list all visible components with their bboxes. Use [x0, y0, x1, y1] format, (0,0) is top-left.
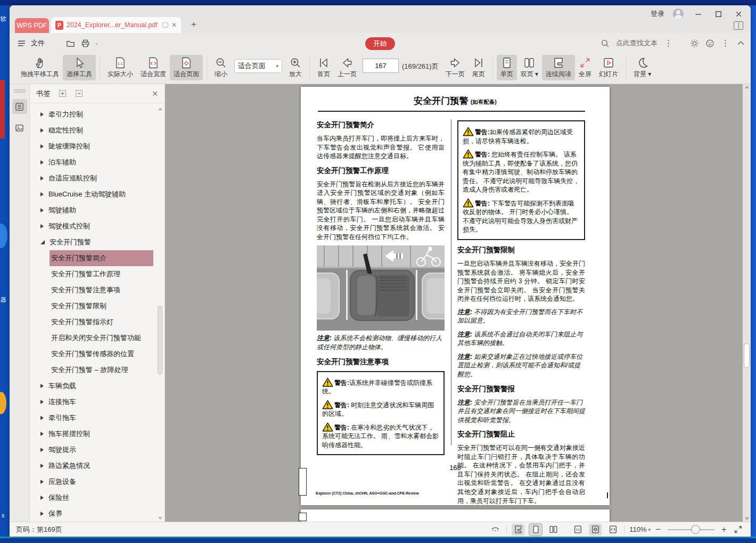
- search-icon[interactable]: [601, 39, 610, 48]
- background-button[interactable]: 背景 ▾: [630, 55, 655, 80]
- panel-drag-handle[interactable]: [14, 89, 26, 90]
- close-panel-icon[interactable]: ✕: [152, 89, 158, 98]
- next-page-button[interactable]: 下一页: [442, 55, 469, 80]
- collapsed-arrow-icon[interactable]: [40, 496, 44, 500]
- sidebar-scrollbar[interactable]: [157, 108, 163, 520]
- zoom-minus-button[interactable]: −: [655, 525, 661, 534]
- open-folder-icon[interactable]: [65, 38, 76, 48]
- first-page-button[interactable]: 首页: [314, 55, 334, 80]
- bookmark-item[interactable]: 保养: [30, 506, 165, 522]
- login-link[interactable]: 登录: [651, 9, 664, 19]
- document-scroll-thumb[interactable]: [744, 343, 750, 368]
- wps-pdf-home-tab[interactable]: WPS PDF: [15, 18, 49, 33]
- bookmark-item[interactable]: 安全开门预警限制: [50, 298, 153, 314]
- fullscreen-button[interactable]: 全屏: [575, 55, 595, 80]
- bookmark-item[interactable]: 驾驶辅助: [30, 202, 165, 218]
- fit-width-button[interactable]: 适合宽度: [137, 55, 170, 80]
- status-fit-page-button[interactable]: [589, 524, 602, 536]
- bookmark-item[interactable]: 驾驶提示: [30, 442, 165, 458]
- collapsed-arrow-icon[interactable]: [40, 128, 44, 133]
- eye-protection-button[interactable]: [489, 524, 502, 536]
- bookmark-item[interactable]: 车辆负载: [30, 378, 165, 394]
- status-fullscreen-button[interactable]: [732, 524, 744, 536]
- slideshow-button[interactable]: 幻灯片: [595, 55, 622, 80]
- collapsed-arrow-icon[interactable]: [40, 224, 44, 228]
- collapsed-arrow-icon[interactable]: [40, 464, 44, 468]
- collapsed-arrow-icon[interactable]: [40, 416, 44, 420]
- page-number-input[interactable]: [363, 59, 399, 73]
- zoom-plus-button[interactable]: +: [721, 525, 727, 534]
- bookmark-item[interactable]: 泊车辅助: [30, 154, 165, 170]
- select-tool-button[interactable]: 选择工具: [63, 55, 96, 80]
- bookmark-item[interactable]: 牵引力控制: [30, 106, 165, 122]
- status-actual-size-button[interactable]: 1:1: [571, 524, 584, 536]
- zoom-mode-select[interactable]: 适合页面 ▾: [234, 59, 282, 73]
- minimize-button[interactable]: [692, 9, 704, 19]
- bookmark-item[interactable]: 连接拖车: [30, 394, 165, 410]
- bookmark-item[interactable]: 安全开门预警指示灯: [50, 314, 153, 330]
- find-text-hint[interactable]: 点此查找文本: [616, 38, 658, 48]
- document-scrollbar[interactable]: [743, 84, 751, 522]
- more-dots-icon[interactable]: [664, 39, 673, 48]
- overflow-dots-icon[interactable]: [721, 39, 730, 48]
- collapsed-arrow-icon[interactable]: [40, 192, 44, 196]
- drag-pan-tool-button[interactable]: 拖拽平移工具: [17, 55, 63, 80]
- print-icon[interactable]: [80, 38, 91, 48]
- prev-page-button[interactable]: 上一页: [334, 55, 360, 80]
- bookmark-item[interactable]: 安全开门预警注意事项: [50, 282, 153, 298]
- status-continuous-button[interactable]: [512, 524, 524, 536]
- double-page-button[interactable]: 双页 ▾: [517, 55, 542, 80]
- scroll-up-arrow-icon[interactable]: [158, 108, 162, 110]
- close-window-button[interactable]: [733, 9, 744, 19]
- collapsed-arrow-icon[interactable]: [40, 144, 44, 149]
- bookmark-item[interactable]: 稳定性控制: [30, 122, 165, 138]
- expand-all-icon[interactable]: [58, 89, 67, 98]
- bookmark-item[interactable]: 自适应巡航控制: [30, 170, 165, 186]
- collapsed-arrow-icon[interactable]: [40, 208, 44, 212]
- bookmark-item[interactable]: 安全开门预警工作原理: [50, 266, 153, 282]
- file-menu[interactable]: 文件: [31, 38, 45, 48]
- collapsed-arrow-icon[interactable]: [40, 432, 44, 436]
- single-page-button[interactable]: 单页: [497, 55, 517, 80]
- pdf-page[interactable]: 安全开门预警 (如有配备) 安全开门预警简介当车内乘员打开车门，即将撞上后方来车…: [301, 87, 610, 505]
- new-tab-button[interactable]: +: [188, 19, 199, 30]
- ribbon-tab-start[interactable]: 开始: [365, 37, 395, 50]
- next-pdf-page-peek[interactable]: [301, 509, 610, 522]
- zoom-in-button[interactable]: 放大: [285, 55, 306, 80]
- collapsed-arrow-icon[interactable]: [40, 512, 44, 516]
- zoom-slider[interactable]: [668, 529, 714, 530]
- bookmark-item[interactable]: 应急设备: [30, 474, 165, 490]
- bookmark-item[interactable]: 驾驶模式控制: [30, 218, 165, 234]
- bookmarks-panel-button[interactable]: [12, 99, 27, 114]
- status-fit-width-button[interactable]: [606, 524, 619, 536]
- document-area[interactable]: 安全开门预警 (如有配备) 安全开门预警简介当车内乘员打开车门，即将撞上后方来车…: [165, 84, 751, 522]
- bookmark-item[interactable]: 保险丝: [30, 490, 165, 506]
- collapse-toolbar-icon[interactable]: [736, 39, 745, 48]
- scroll-down-arrow-icon[interactable]: [745, 517, 749, 520]
- feedback-smiley-icon[interactable]: [705, 39, 714, 48]
- collapsed-arrow-icon[interactable]: [40, 400, 44, 404]
- zoom-percent[interactable]: 110% ▾: [629, 525, 651, 533]
- expanded-arrow-icon[interactable]: [40, 240, 45, 244]
- maximize-button[interactable]: [712, 9, 724, 19]
- collapsed-arrow-icon[interactable]: [40, 160, 44, 164]
- actual-size-button[interactable]: 1:1 实际大小: [104, 55, 137, 80]
- collapsed-arrow-icon[interactable]: [40, 480, 44, 484]
- side-panel-toggle-icon[interactable]: [734, 21, 743, 30]
- bookmark-item[interactable]: 安全开门预警传感器的位置: [50, 346, 153, 362]
- hamburger-menu-icon[interactable]: [16, 38, 27, 48]
- collapsed-arrow-icon[interactable]: [40, 176, 44, 180]
- collapsed-arrow-icon[interactable]: [40, 112, 44, 117]
- last-page-button[interactable]: 尾页: [469, 55, 489, 80]
- thumbnails-panel-button[interactable]: [12, 120, 27, 135]
- bookmark-item[interactable]: 安全开门预警简介: [50, 250, 153, 266]
- bookmark-item[interactable]: 路边紧急情况: [30, 458, 165, 474]
- bookmark-item[interactable]: 开启和关闭安全开门预警功能: [50, 330, 153, 346]
- document-tab[interactable]: P 2024_Explorer...er_Manual.pdf 🖵 ✕: [51, 17, 181, 33]
- collapsed-arrow-icon[interactable]: [40, 384, 44, 388]
- avatar[interactable]: [673, 9, 684, 19]
- chevron-down-icon[interactable]: ⌄: [95, 40, 99, 46]
- collapse-all-icon[interactable]: [75, 89, 84, 98]
- scroll-up-arrow-icon[interactable]: [745, 86, 749, 88]
- sidebar-scroll-thumb[interactable]: [158, 306, 162, 375]
